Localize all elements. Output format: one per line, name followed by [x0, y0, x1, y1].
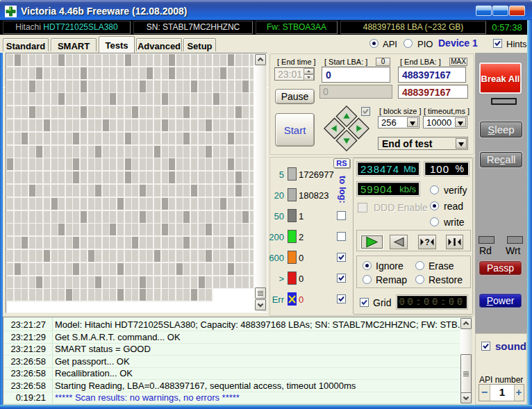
svg-text:?: ?	[425, 237, 430, 247]
